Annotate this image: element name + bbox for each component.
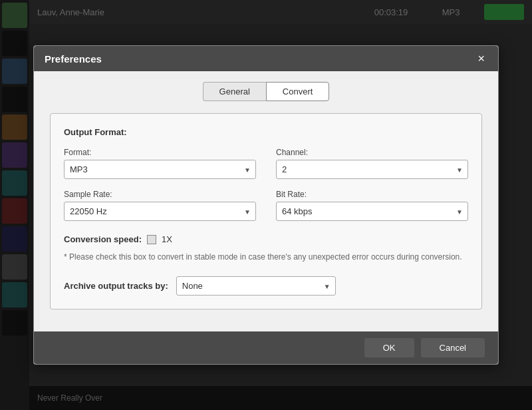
modal-overlay: Preferences × General Convert Output For… [0, 0, 532, 410]
bit-rate-label: Bit Rate: [276, 190, 468, 199]
archive-select[interactable]: None Artist Album Genre [176, 276, 336, 296]
content-box: Output Format: Format: MP3 AAC FLAC WAV … [50, 113, 482, 309]
archive-label: Archive output tracks by: [64, 281, 168, 291]
format-grid: Format: MP3 AAC FLAC WAV OGG ▼ [64, 148, 468, 221]
channel-group: Channel: 1 2 ▼ [276, 148, 468, 179]
bit-rate-group: Bit Rate: 32 kbps 64 kbps 128 kbps 192 k… [276, 190, 468, 221]
channel-select-wrapper: 1 2 ▼ [276, 160, 468, 179]
format-label: Format: [64, 148, 256, 157]
dialog-footer: OK Cancel [34, 331, 498, 364]
preferences-dialog: Preferences × General Convert Output For… [33, 45, 499, 365]
conversion-speed-row: Conversion speed: 1X [64, 234, 468, 244]
dialog-tabs: General Convert [34, 71, 498, 106]
tab-general[interactable]: General [203, 82, 266, 101]
output-format-title: Output Format: [64, 127, 468, 137]
sample-rate-select[interactable]: 8000 Hz 11025 Hz 22050 Hz 44100 Hz 48000… [64, 202, 256, 221]
dialog-header: Preferences × [34, 46, 498, 71]
channel-select[interactable]: 1 2 [276, 160, 468, 179]
conversion-speed-note: * Please check this box to convert in st… [64, 251, 468, 263]
bit-rate-select-wrapper: 32 kbps 64 kbps 128 kbps 192 kbps 320 kb… [276, 202, 468, 221]
sample-rate-group: Sample Rate: 8000 Hz 11025 Hz 22050 Hz 4… [64, 190, 256, 221]
ok-button[interactable]: OK [364, 338, 414, 357]
dialog-title: Preferences [45, 53, 102, 65]
conversion-speed-value: 1X [162, 234, 172, 244]
conversion-speed-checkbox[interactable] [147, 235, 156, 244]
format-select[interactable]: MP3 AAC FLAC WAV OGG [64, 160, 256, 179]
tab-convert[interactable]: Convert [266, 82, 330, 101]
archive-select-wrapper: None Artist Album Genre ▼ [176, 276, 336, 296]
sample-rate-label: Sample Rate: [64, 190, 256, 199]
conversion-speed-label: Conversion speed: [64, 234, 142, 244]
cancel-button[interactable]: Cancel [421, 338, 485, 357]
format-group: Format: MP3 AAC FLAC WAV OGG ▼ [64, 148, 256, 179]
close-button[interactable]: × [475, 53, 487, 65]
archive-row: Archive output tracks by: None Artist Al… [64, 276, 468, 296]
bit-rate-select[interactable]: 32 kbps 64 kbps 128 kbps 192 kbps 320 kb… [276, 202, 468, 221]
dialog-body: Output Format: Format: MP3 AAC FLAC WAV … [34, 106, 498, 331]
sample-rate-select-wrapper: 8000 Hz 11025 Hz 22050 Hz 44100 Hz 48000… [64, 202, 256, 221]
channel-label: Channel: [276, 148, 468, 157]
format-select-wrapper: MP3 AAC FLAC WAV OGG ▼ [64, 160, 256, 179]
